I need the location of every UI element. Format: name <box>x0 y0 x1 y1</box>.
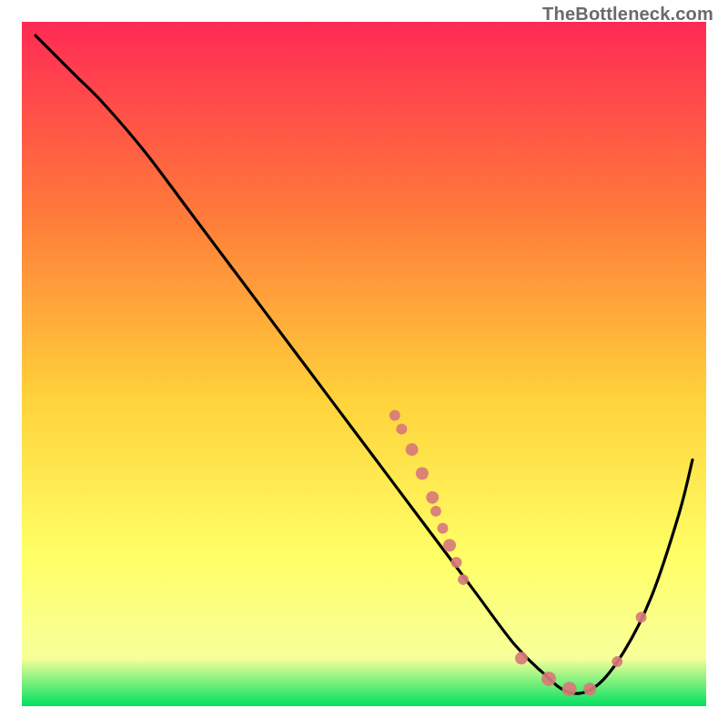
plot-background <box>22 22 706 706</box>
data-marker <box>458 574 469 585</box>
data-marker <box>416 467 429 480</box>
data-marker <box>515 652 528 664</box>
data-marker <box>430 506 441 517</box>
data-marker <box>612 656 622 667</box>
data-marker <box>541 672 556 686</box>
data-marker <box>437 522 448 533</box>
data-marker <box>636 612 647 622</box>
data-marker <box>406 443 419 456</box>
data-marker <box>583 682 596 695</box>
data-marker <box>562 682 577 696</box>
bottleneck-chart <box>0 0 728 728</box>
data-marker <box>426 491 439 504</box>
data-marker <box>396 423 407 434</box>
chart-container: TheBottleneck.com <box>0 0 728 728</box>
data-marker <box>389 410 400 420</box>
data-marker <box>451 557 462 568</box>
watermark-text: TheBottleneck.com <box>542 4 713 25</box>
data-marker <box>443 539 456 551</box>
